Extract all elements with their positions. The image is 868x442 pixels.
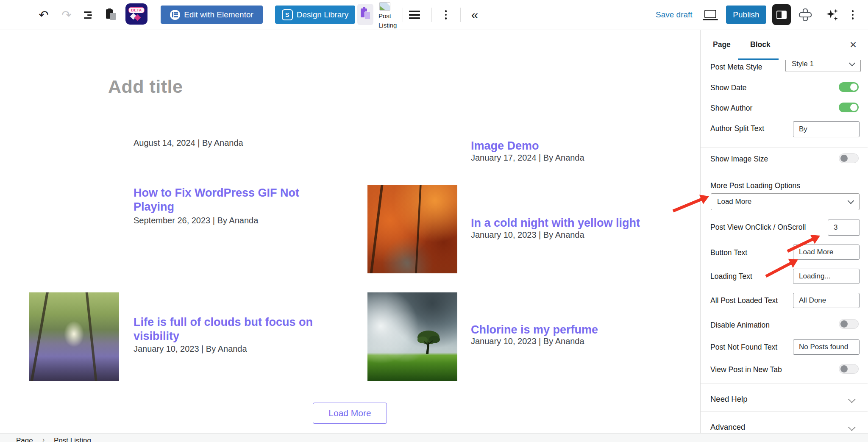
list-view-button[interactable] — [84, 10, 95, 19]
post-meta: September 26, 2023 | By Ananda — [134, 215, 258, 225]
need-help-accordion[interactable]: Need Help — [710, 395, 747, 404]
tab-block[interactable]: Block — [748, 40, 773, 50]
clipboard-icon — [105, 9, 118, 21]
settings-sidebar-toggle[interactable] — [772, 4, 791, 25]
edit-with-elementor-button[interactable]: Edit with Elementor — [161, 6, 263, 24]
section-divider — [701, 384, 868, 384]
breadcrumb-chevron-icon: › — [42, 436, 45, 442]
editor-canvas: Add title August 14, 2024 | By Ananda Im… — [0, 30, 700, 434]
toolbar-separator — [460, 8, 461, 22]
sidebar-panel-icon — [776, 11, 787, 19]
section-divider — [701, 147, 868, 147]
button-text-input[interactable] — [793, 245, 860, 260]
chevron-down-icon — [848, 197, 854, 204]
show-image-size-toggle[interactable] — [839, 153, 859, 163]
author-split-text-label: Author Split Text — [710, 124, 764, 133]
block-drag-handle[interactable] — [409, 11, 420, 19]
double-chevron-left-icon: « — [471, 8, 479, 22]
publish-button[interactable]: Publish — [726, 6, 766, 24]
show-author-label: Show Author — [710, 104, 752, 113]
copy-all-blocks-button[interactable] — [105, 8, 118, 21]
disable-animation-toggle[interactable] — [839, 319, 859, 329]
preview-button[interactable] — [702, 8, 718, 21]
toolbar-separator — [431, 8, 432, 22]
post-view-onclick-label: Post View OnClick / OnScroll — [710, 223, 806, 232]
design-library-button[interactable]: S Design Library — [275, 6, 355, 24]
post-meta: January 10, 2023 | By Ananda — [471, 336, 584, 346]
button-text-label: Button Text — [710, 248, 747, 257]
post-meta-style-value: Style 1 — [792, 60, 814, 68]
show-image-size-label: Show Image Size — [710, 155, 768, 164]
post-title-link[interactable]: Chlorine is my perfume — [471, 323, 598, 337]
toggle-knob — [840, 320, 848, 328]
chevron-down-icon — [849, 60, 856, 67]
block-options-button[interactable] — [441, 10, 451, 20]
post-meta: January 10, 2023 | By Ananda — [471, 230, 584, 240]
sidebar-tabs: Page Block ✕ — [701, 30, 868, 60]
elementor-icon — [170, 10, 180, 20]
post-thumbnail-forest-path[interactable] — [29, 292, 119, 381]
gutenberg-editor: { "colors": { "accent_blue": "#1a79b8", … — [0, 0, 868, 442]
section-divider — [701, 411, 868, 412]
show-date-toggle[interactable] — [839, 82, 859, 92]
post-meta: January 10, 2023 | By Ananda — [134, 344, 247, 354]
toggle-knob — [840, 155, 848, 162]
show-date-label: Show Date — [710, 83, 747, 92]
tab-page[interactable]: Page — [710, 40, 733, 50]
disable-animation-label: Disable Animation — [710, 321, 770, 330]
post-not-found-text-input[interactable] — [793, 339, 860, 355]
tree-silhouette — [413, 330, 443, 357]
save-draft-button[interactable]: Save draft — [653, 10, 695, 20]
ai-assistant-button[interactable] — [824, 6, 841, 23]
beta-plugin-app-icon[interactable]: BETA — [125, 3, 147, 25]
post-thumbnail-autumn-forest[interactable] — [367, 185, 457, 273]
undo-button[interactable]: ↶ — [36, 8, 51, 22]
more-post-loading-options-value: Load More — [717, 197, 751, 206]
loading-text-input[interactable] — [793, 269, 860, 284]
list-view-icon — [84, 11, 92, 19]
redo-button[interactable]: ↷ — [59, 8, 74, 22]
kebab-icon — [445, 10, 447, 19]
design-library-label: Design Library — [297, 10, 349, 19]
all-post-loaded-text-label: All Post Loaded Text — [710, 296, 778, 305]
breadcrumb-page[interactable]: Page — [16, 436, 33, 442]
post-meta: January 17, 2024 | By Ananda — [471, 153, 584, 163]
breadcrumb-post-listing[interactable]: Post Listing — [54, 436, 91, 442]
editor-topbar: + ↶ ↷ BETA Edit with Elementor S Design … — [0, 0, 868, 30]
all-post-loaded-text-input[interactable] — [793, 293, 860, 308]
plugin-extension-button[interactable] — [797, 6, 814, 23]
post-view-onclick-input[interactable] — [828, 220, 860, 236]
paste-patterns-button[interactable] — [357, 4, 373, 25]
post-title-link[interactable]: How to Fix WordPress GIF Not Playing — [134, 186, 320, 214]
active-tab-underline — [738, 58, 779, 60]
redo-icon: ↷ — [61, 8, 71, 22]
kebab-icon — [852, 10, 854, 19]
view-post-in-new-tab-label: View Post in New Tab — [710, 365, 782, 374]
post-thumbnail-stormy-sky[interactable] — [367, 292, 457, 381]
w-logo-icon — [130, 14, 143, 21]
close-icon: ✕ — [849, 40, 857, 50]
edit-with-elementor-label: Edit with Elementor — [184, 10, 253, 19]
view-post-in-new-tab-toggle[interactable] — [839, 364, 859, 374]
chevron-down-icon — [849, 424, 856, 431]
show-author-toggle[interactable] — [839, 103, 859, 112]
close-sidebar-button[interactable]: ✕ — [846, 38, 860, 52]
drag-handle-icon — [409, 11, 420, 19]
more-post-loading-options-label: More Post Loading Options — [710, 181, 800, 190]
more-post-loading-options-select[interactable]: Load More — [711, 193, 860, 210]
editor-options-button[interactable] — [848, 10, 858, 20]
laptop-icon — [703, 10, 718, 20]
selected-block-indicator[interactable]: Post Listing — [378, 1, 398, 28]
post-title-link[interactable]: Image Demo — [471, 139, 539, 153]
chevron-down-icon — [849, 396, 856, 403]
author-split-text-input[interactable] — [793, 121, 860, 137]
post-title-input[interactable]: Add title — [108, 76, 183, 97]
block-inserter-button[interactable]: + — [11, 6, 28, 23]
advanced-accordion[interactable]: Advanced — [710, 423, 745, 432]
collapse-toolbar-button[interactable]: « — [467, 7, 482, 22]
load-more-button[interactable]: Load More — [313, 403, 387, 424]
toggle-knob — [840, 365, 848, 373]
post-title-link[interactable]: Life is full of clouds but focus on visi… — [134, 315, 333, 343]
post-title-link[interactable]: In a cold night with yellow light — [471, 216, 640, 230]
broken-image-icon — [379, 2, 390, 11]
